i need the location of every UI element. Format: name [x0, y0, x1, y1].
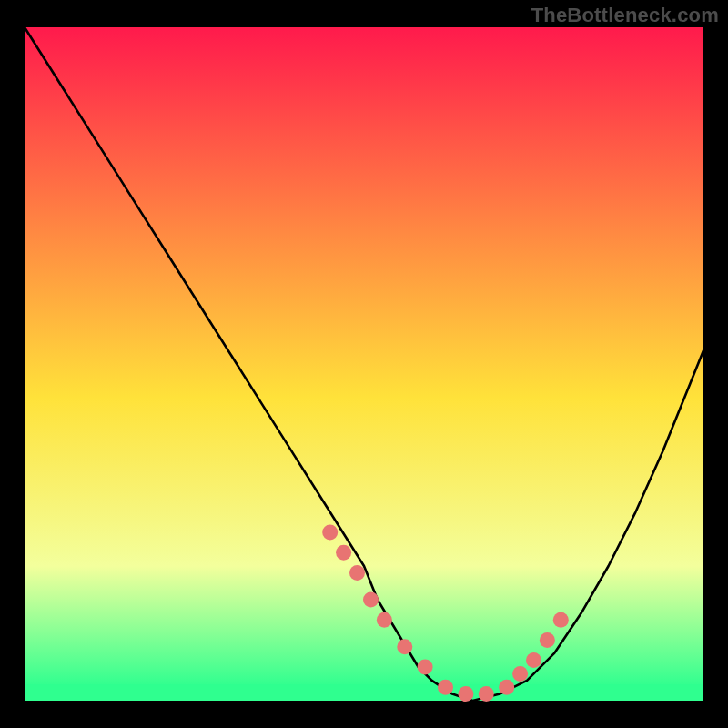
chart-frame: TheBottleneck.com	[0, 0, 728, 728]
highlight-dot	[377, 612, 392, 628]
highlight-dot	[512, 666, 528, 682]
highlight-dot	[322, 525, 338, 541]
bottleneck-curve-chart	[0, 0, 728, 728]
highlight-dot	[438, 680, 453, 695]
highlight-dot	[418, 660, 433, 675]
highlight-dot	[349, 565, 365, 581]
highlight-dot	[458, 686, 473, 702]
highlight-dot	[336, 545, 351, 561]
plot-bottom-band	[25, 684, 703, 701]
highlight-dot	[553, 612, 569, 628]
highlight-dot	[499, 680, 514, 695]
highlight-dot	[540, 632, 555, 648]
highlight-dot	[479, 686, 494, 702]
highlight-dot	[397, 639, 412, 654]
highlight-dot	[526, 652, 541, 668]
highlight-dot	[363, 592, 379, 608]
